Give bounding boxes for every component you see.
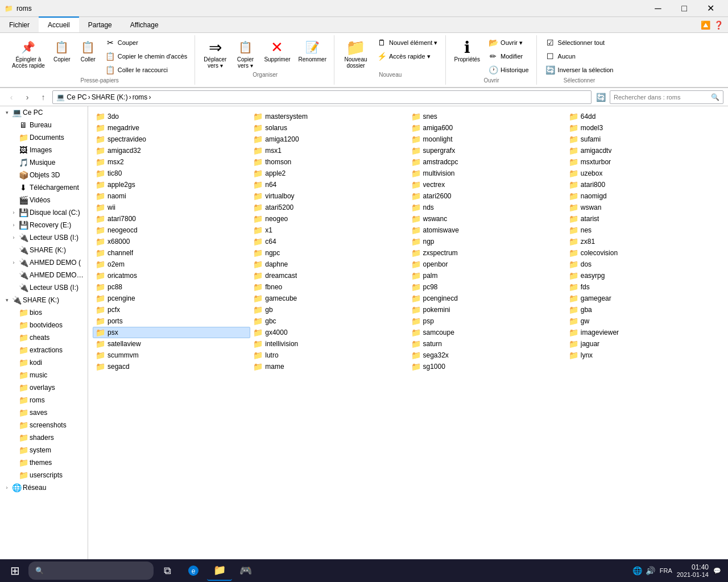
file-item-psx[interactable]: 📁psx [93,327,250,338]
back-button[interactable]: ‹ [5,90,18,104]
file-item-virtualboy[interactable]: 📁virtualboy [250,190,408,202]
sidebar-expander-recovery-e[interactable]: › [9,221,18,230]
file-item-msx1[interactable]: 📁msx1 [250,145,408,156]
sidebar-expander-reseau[interactable]: › [2,483,11,492]
file-item-daphne[interactable]: 📁daphne [250,259,408,270]
file-item-uzebox[interactable]: 📁uzebox [566,168,723,179]
address-this-pc[interactable]: 💻 Ce PC [56,93,87,101]
ribbon-question-icon[interactable]: ❓ [714,20,723,30]
address-share[interactable]: SHARE (K:) [92,93,128,101]
sidebar-item-telechargement[interactable]: ⬇Téléchargement [0,181,88,194]
start-button[interactable]: ⊞ [2,560,27,581]
file-item-solarus[interactable]: 📁solarus [250,122,408,134]
file-item-dos[interactable]: 📁dos [566,259,723,270]
file-item-atari5200[interactable]: 📁atari5200 [250,202,408,213]
properties-button[interactable]: ℹ Propriétés [452,36,483,64]
file-item-x68000[interactable]: 📁x68000 [93,236,250,247]
file-item-channelf[interactable]: 📁channelf [93,247,250,259]
file-item-naomigd[interactable]: 📁naomigd [566,190,723,202]
pin-button[interactable]: 📌 Épingler àAccès rapide [9,36,48,70]
file-item-c64[interactable]: 📁c64 [250,236,408,247]
sidebar-item-kodi[interactable]: 📁kodi [0,356,88,369]
file-item-amigacd32[interactable]: 📁amigacd32 [93,145,250,156]
sidebar-item-userscripts[interactable]: 📁userscripts [0,469,88,481]
ribbon-minimize-icon[interactable]: 🔼 [701,20,710,30]
file-item-sega32x[interactable]: 📁sega32x [408,350,566,361]
file-item-model3[interactable]: 📁model3 [566,122,723,134]
file-item-amstradcpc[interactable]: 📁amstradcpc [408,156,566,168]
move-button[interactable]: ⇒ Déplacervers ▾ [201,36,229,70]
sidebar-item-recovery-e[interactable]: ›💾Recovery (E:) [0,219,88,231]
file-item-zx81[interactable]: 📁zx81 [566,236,723,247]
edge-button[interactable]: e [181,560,206,581]
file-item-samcoupe[interactable]: 📁samcoupe [408,327,566,338]
file-item-naomi[interactable]: 📁naomi [93,190,250,202]
sidebar-item-roms[interactable]: 📁roms [0,394,88,406]
file-item-palm[interactable]: 📁palm [408,270,566,281]
sidebar-item-cheats[interactable]: 📁cheats [0,331,88,344]
file-item-segacd[interactable]: 📁segacd [93,361,250,372]
file-item-gba[interactable]: 📁gba [566,304,723,315]
sidebar-item-this-pc[interactable]: ▾💻Ce PC [0,106,88,119]
sidebar-item-themes[interactable]: 📁themes [0,456,88,469]
file-item-wswan[interactable]: 📁wswan [566,202,723,213]
file-item-atari2600[interactable]: 📁atari2600 [408,190,566,202]
file-item-lutro[interactable]: 📁lutro [250,350,408,361]
file-item-pcenginecd[interactable]: 📁pcenginecd [408,293,566,304]
file-item-satellaview[interactable]: 📁satellaview [93,338,250,350]
address-roms[interactable]: roms [133,93,148,101]
file-item-intellivision[interactable]: 📁intellivision [250,338,408,350]
edit-button[interactable]: ✏ Modifier [485,50,532,63]
up-button[interactable]: ↑ [36,90,50,104]
history-button[interactable]: 🕐 Historique [485,64,532,76]
file-item-mastersystem[interactable]: 📁mastersystem [250,111,408,122]
file-item-atarist[interactable]: 📁atarist [566,213,723,225]
sidebar-item-screenshots[interactable]: 📁screenshots [0,419,88,431]
sidebar-item-bootvideos[interactable]: 📁bootvideos [0,319,88,331]
file-item-pcfx[interactable]: 📁pcfx [93,304,250,315]
copy-button[interactable]: 📋 Copier [50,36,74,64]
file-item-gw[interactable]: 📁gw [566,315,723,327]
file-item-pc98[interactable]: 📁pc98 [408,281,566,293]
file-item-apple2gs[interactable]: 📁apple2gs [93,179,250,190]
sidebar-item-lecteur-k[interactable]: ›🔌Lecteur USB (I:) [0,231,88,244]
file-item-ports[interactable]: 📁ports [93,315,250,327]
minimize-button[interactable]: ─ [645,0,671,17]
cut-small-button[interactable]: ✂ Couper [102,36,191,49]
sidebar-item-documents[interactable]: 📁Documents [0,131,88,144]
file-item-neogeo[interactable]: 📁neogeo [250,213,408,225]
easy-access-button[interactable]: ⚡ Accès rapide ▾ [374,50,441,63]
file-item-atari800[interactable]: 📁atari800 [566,179,723,190]
file-item-zxspectrum[interactable]: 📁zxspectrum [408,247,566,259]
forward-button[interactable]: › [20,90,34,104]
file-item-atomiswave[interactable]: 📁atomiswave [408,225,566,236]
file-item-pc88[interactable]: 📁pc88 [93,281,250,293]
search-box[interactable]: 🔍 [610,90,723,104]
paste-button[interactable]: 📋 Coller [76,36,100,64]
file-item-jaguar[interactable]: 📁jaguar [566,338,723,350]
file-item-neogeocd[interactable]: 📁neogeocd [93,225,250,236]
file-item-dreamcast[interactable]: 📁dreamcast [250,270,408,281]
file-item-gamecube[interactable]: 📁gamecube [250,293,408,304]
sidebar-item-share-k2[interactable]: ▾🔌SHARE (K:) [0,294,88,306]
file-item-fbneo[interactable]: 📁fbneo [250,281,408,293]
file-item-nes[interactable]: 📁nes [566,225,723,236]
file-item-gamegear[interactable]: 📁gamegear [566,293,723,304]
file-item-easyrpg[interactable]: 📁easyrpg [566,270,723,281]
sidebar-expander-ahmed-demo-k[interactable]: › [9,258,18,267]
file-item-tic80[interactable]: 📁tic80 [93,168,250,179]
file-item-amiga1200[interactable]: 📁amiga1200 [250,134,408,145]
close-button[interactable]: ✕ [697,0,723,17]
sidebar-item-shaders[interactable]: 📁shaders [0,431,88,444]
file-item-msx2[interactable]: 📁msx2 [93,156,250,168]
sidebar-item-saves[interactable]: 📁saves [0,406,88,419]
sidebar-item-share-k[interactable]: 🔌SHARE (K:) [0,244,88,256]
file-item-ngp[interactable]: 📁ngp [408,236,566,247]
address-path[interactable]: 💻 Ce PC › SHARE (K:) › roms › [52,90,592,104]
task-view-button[interactable]: ⧉ [155,560,180,581]
file-item-colecovision[interactable]: 📁colecovision [566,247,723,259]
file-item-supergrafx[interactable]: 📁supergrafx [408,145,566,156]
file-item-gx4000[interactable]: 📁gx4000 [250,327,408,338]
file-item-vectrex[interactable]: 📁vectrex [408,179,566,190]
file-item-scummvm[interactable]: 📁scummvm [93,350,250,361]
